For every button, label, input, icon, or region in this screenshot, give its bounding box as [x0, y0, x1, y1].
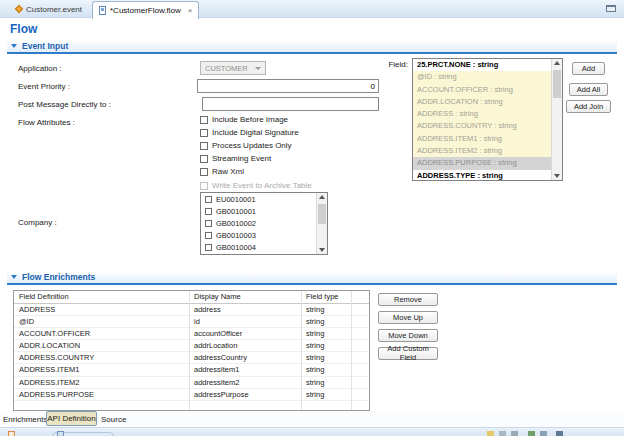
tab-api-definition[interactable]: API Definition	[46, 411, 97, 426]
checkbox-icon[interactable]	[205, 208, 212, 215]
field-option[interactable]: ADDRESS.TYPE : string	[413, 170, 551, 181]
checkbox-icon[interactable]	[200, 168, 208, 176]
toolbar-icon[interactable]	[499, 431, 506, 436]
field-option[interactable]: ADDRESS.ITEM2 : string	[413, 145, 551, 157]
application-select[interactable]: CUSTOMER	[200, 61, 266, 75]
lower-panel-strip	[0, 427, 624, 436]
minimize-view-icon[interactable]	[606, 5, 616, 12]
flow-enrichments-section-header[interactable]: Flow Enrichments	[7, 271, 617, 285]
column-divider	[301, 291, 302, 410]
table-row[interactable]: ADDRESS.PURPOSE addressPurpose string	[14, 389, 369, 401]
company-option[interactable]: GB0010005	[201, 253, 316, 255]
tab-customerflow-flow[interactable]: *CustomerFlow.flow ×	[92, 1, 199, 19]
field-option[interactable]: ADDRESS.COUNTRY : string	[413, 120, 551, 132]
field-scrollbar[interactable]	[551, 59, 562, 180]
table-row-empty	[14, 401, 369, 411]
tab-enrichments[interactable]: Enrichments	[3, 415, 47, 424]
field-option[interactable]: @ID : string	[413, 71, 551, 83]
checkbox-icon[interactable]	[205, 220, 212, 227]
scroll-thumb[interactable]	[318, 204, 326, 224]
field-option[interactable]: ADDR.LOCATION : string	[413, 96, 551, 108]
page-title: Flow	[10, 22, 37, 36]
post-message-input[interactable]	[202, 97, 379, 111]
table-row[interactable]: @ID id string	[14, 316, 369, 328]
checkbox-process-updates-only[interactable]: Process Updates Only	[200, 141, 292, 150]
lower-panel-icon	[8, 431, 15, 436]
move-up-button[interactable]: Move Up	[378, 311, 438, 324]
scroll-up-icon[interactable]	[552, 61, 562, 65]
field-option[interactable]: ADDRESS.ITEM1 : string	[413, 133, 551, 145]
company-listbox[interactable]: EU0010001 GB0010001 GB0010002 GB0010003 …	[200, 192, 328, 255]
enrichments-table[interactable]: Field Definition Display Name Field type…	[13, 290, 370, 411]
table-row[interactable]: ADDRESS.ITEM1 addressItem1 string	[14, 364, 369, 376]
checkbox-streaming-event[interactable]: Streaming Event	[200, 154, 271, 163]
field-option[interactable]: ADDRESS : string	[413, 108, 551, 120]
tab-source[interactable]: Source	[101, 415, 126, 424]
field-option[interactable]: 25.PRCT.NONE : string	[413, 59, 551, 71]
company-scrollbar[interactable]	[316, 193, 327, 254]
column-divider	[351, 291, 352, 410]
checkbox-icon[interactable]	[200, 155, 208, 163]
field-listbox[interactable]: 25.PRCT.NONE : string @ID : string ACCOU…	[412, 58, 563, 181]
checkbox-include-digital-signature[interactable]: Include Digital Signature	[200, 128, 299, 137]
scroll-down-icon[interactable]	[317, 248, 327, 252]
company-option[interactable]: EU0010001	[201, 193, 316, 205]
scroll-up-icon[interactable]	[317, 195, 327, 199]
tab-label: Customer.event	[26, 5, 82, 14]
checkbox-icon[interactable]	[200, 129, 208, 137]
close-icon[interactable]: ×	[188, 6, 193, 15]
event-priority-label: Event Priority :	[18, 82, 70, 91]
checkbox-raw-xml[interactable]: Raw Xml	[200, 167, 244, 176]
add-button[interactable]: Add	[572, 62, 605, 75]
toolbar-icon[interactable]	[556, 431, 563, 436]
checkbox-icon[interactable]	[205, 232, 212, 239]
table-row[interactable]: ADDRESS address string	[14, 304, 369, 316]
column-divider	[189, 291, 190, 410]
checkbox-icon[interactable]	[200, 142, 208, 150]
application-select-value: CUSTOMER	[205, 64, 248, 73]
company-option[interactable]: GB0010001	[201, 205, 316, 217]
section-title: Flow Enrichments	[22, 272, 95, 282]
checkbox-include-before-image[interactable]: Include Before Image	[200, 115, 288, 124]
add-custom-field-button[interactable]: Add Custom Field	[378, 347, 438, 360]
checkbox-icon[interactable]	[205, 244, 212, 251]
company-option[interactable]: GB0010003	[201, 229, 316, 241]
tab-customer-event[interactable]: Customer.event	[10, 2, 88, 16]
company-option[interactable]: GB0010002	[201, 217, 316, 229]
collapse-arrow-icon[interactable]	[11, 44, 17, 48]
toolbar-icon[interactable]	[511, 431, 518, 436]
scroll-thumb[interactable]	[553, 70, 561, 98]
flow-file-icon	[99, 6, 106, 15]
toolbar-icon[interactable]	[487, 431, 494, 436]
toolbar-icon[interactable]	[540, 431, 547, 436]
editor-window: Customer.event *CustomerFlow.flow × Flow…	[0, 0, 624, 436]
company-label: Company :	[18, 218, 57, 227]
tab-label: *CustomerFlow.flow	[110, 6, 181, 15]
event-priority-input[interactable]	[197, 79, 379, 93]
column-header[interactable]: Field type	[301, 291, 351, 303]
table-row[interactable]: ACCOUNT.OFFICER accountOfficer string	[14, 328, 369, 340]
table-row[interactable]: ADDR.LOCATION addrLocation string	[14, 340, 369, 352]
scroll-down-icon[interactable]	[552, 174, 562, 178]
column-header[interactable]: Display Name	[189, 291, 301, 303]
move-down-button[interactable]: Move Down	[378, 329, 438, 342]
event-input-section-header[interactable]: Event Input	[7, 40, 617, 54]
field-option[interactable]: ACCOUNT.OFFICER : string	[413, 84, 551, 96]
toolbar-icon[interactable]	[528, 431, 535, 436]
table-row[interactable]: ADDRESS.ITEM2 addressItem2 string	[14, 377, 369, 389]
remove-button[interactable]: Remove	[378, 293, 438, 306]
checkbox-label: Include Before Image	[212, 115, 288, 124]
checkbox-icon	[200, 182, 208, 190]
column-header[interactable]: Field Definition	[14, 291, 189, 303]
chevron-down-icon	[255, 67, 261, 70]
checkbox-icon[interactable]	[200, 116, 208, 124]
checkbox-label: Process Updates Only	[212, 141, 292, 150]
checkbox-icon[interactable]	[205, 196, 212, 203]
field-option-selected[interactable]: ADDRESS.PURPOSE : string	[413, 157, 551, 169]
add-all-button[interactable]: Add All	[569, 83, 608, 96]
add-join-button[interactable]: Add Join	[566, 100, 611, 113]
table-row[interactable]: ADDRESS.COUNTRY addressCountry string	[14, 352, 369, 364]
company-option[interactable]: GB0010004	[201, 241, 316, 253]
collapse-arrow-icon[interactable]	[11, 275, 17, 279]
lower-panel-icon	[57, 431, 64, 436]
